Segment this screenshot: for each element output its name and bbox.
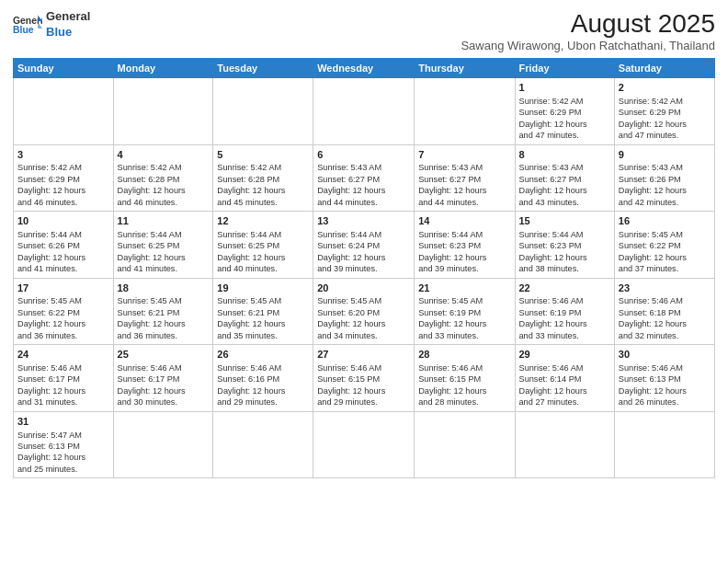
calendar-day-cell: 8Sunrise: 5:43 AM Sunset: 6:27 PM Daylig… [515,144,614,212]
day-info: Sunrise: 5:44 AM Sunset: 6:26 PM Dayligh… [17,229,109,275]
day-info: Sunrise: 5:46 AM Sunset: 6:15 PM Dayligh… [317,362,410,408]
day-info: Sunrise: 5:45 AM Sunset: 6:21 PM Dayligh… [118,295,210,341]
day-number: 3 [17,148,109,162]
calendar-day-cell: 23Sunrise: 5:46 AM Sunset: 6:18 PM Dayli… [614,278,714,345]
calendar-day-cell: 13Sunrise: 5:44 AM Sunset: 6:24 PM Dayli… [313,212,415,279]
day-number: 23 [619,282,711,295]
day-number: 22 [519,282,610,295]
calendar: SundayMondayTuesdayWednesdayThursdayFrid… [13,58,715,478]
day-number: 1 [519,81,610,95]
day-number: 24 [17,348,109,362]
day-info: Sunrise: 5:43 AM Sunset: 6:27 PM Dayligh… [519,162,610,208]
day-number: 7 [418,148,510,162]
calendar-day-cell [415,78,515,145]
day-info: Sunrise: 5:47 AM Sunset: 6:13 PM Dayligh… [17,430,109,476]
calendar-day-cell: 1Sunrise: 5:42 AM Sunset: 6:29 PM Daylig… [515,78,614,145]
day-info: Sunrise: 5:42 AM Sunset: 6:29 PM Dayligh… [519,96,610,142]
calendar-day-cell: 4Sunrise: 5:42 AM Sunset: 6:28 PM Daylig… [113,144,213,212]
calendar-day-cell [213,78,313,145]
weekday-header: Thursday [415,59,515,78]
day-info: Sunrise: 5:44 AM Sunset: 6:23 PM Dayligh… [418,229,510,275]
logo-blue: Blue [46,25,90,40]
month-title: August 2025 [461,9,715,39]
day-info: Sunrise: 5:43 AM Sunset: 6:27 PM Dayligh… [317,162,410,208]
day-info: Sunrise: 5:46 AM Sunset: 6:15 PM Dayligh… [418,362,510,408]
day-number: 28 [418,348,510,362]
calendar-day-cell [313,411,415,478]
day-info: Sunrise: 5:44 AM Sunset: 6:24 PM Dayligh… [317,229,410,275]
calendar-week-row: 17Sunrise: 5:45 AM Sunset: 6:22 PM Dayli… [14,278,715,345]
day-number: 9 [619,148,711,162]
location-subtitle: Sawang Wirawong, Ubon Ratchathani, Thail… [461,39,715,52]
day-number: 26 [217,348,309,362]
logo: General Blue General Blue [13,9,90,40]
day-number: 20 [317,282,410,295]
calendar-day-cell: 25Sunrise: 5:46 AM Sunset: 6:17 PM Dayli… [113,345,213,412]
day-info: Sunrise: 5:45 AM Sunset: 6:19 PM Dayligh… [418,295,510,341]
calendar-day-cell: 29Sunrise: 5:46 AM Sunset: 6:14 PM Dayli… [515,345,614,412]
day-info: Sunrise: 5:42 AM Sunset: 6:29 PM Dayligh… [17,162,109,208]
calendar-day-cell [614,411,714,478]
day-number: 17 [17,282,109,295]
calendar-week-row: 1Sunrise: 5:42 AM Sunset: 6:29 PM Daylig… [14,78,715,145]
day-number: 31 [17,415,109,429]
calendar-day-cell [14,78,114,145]
calendar-day-cell: 6Sunrise: 5:43 AM Sunset: 6:27 PM Daylig… [313,144,415,212]
weekday-header: Saturday [614,59,714,78]
calendar-day-cell [113,78,213,145]
day-info: Sunrise: 5:45 AM Sunset: 6:21 PM Dayligh… [217,295,309,341]
calendar-day-cell: 9Sunrise: 5:43 AM Sunset: 6:26 PM Daylig… [614,144,714,212]
day-info: Sunrise: 5:44 AM Sunset: 6:25 PM Dayligh… [217,229,309,275]
day-info: Sunrise: 5:46 AM Sunset: 6:14 PM Dayligh… [519,362,610,408]
day-number: 11 [118,214,210,228]
day-number: 18 [118,282,210,295]
day-number: 2 [619,81,711,95]
calendar-day-cell: 24Sunrise: 5:46 AM Sunset: 6:17 PM Dayli… [14,345,114,412]
day-info: Sunrise: 5:42 AM Sunset: 6:28 PM Dayligh… [118,162,210,208]
calendar-day-cell: 11Sunrise: 5:44 AM Sunset: 6:25 PM Dayli… [113,212,213,279]
logo-general: General [46,9,90,25]
header: General Blue General Blue August 2025 Sa… [13,9,715,52]
calendar-day-cell: 7Sunrise: 5:43 AM Sunset: 6:27 PM Daylig… [415,144,515,212]
day-number: 25 [118,348,210,362]
day-number: 27 [317,348,410,362]
day-info: Sunrise: 5:46 AM Sunset: 6:18 PM Dayligh… [619,295,711,341]
calendar-week-row: 31Sunrise: 5:47 AM Sunset: 6:13 PM Dayli… [14,411,715,478]
day-info: Sunrise: 5:46 AM Sunset: 6:17 PM Dayligh… [17,362,109,408]
calendar-day-cell [113,411,213,478]
day-number: 29 [519,348,610,362]
day-number: 30 [619,348,711,362]
weekday-header: Tuesday [213,59,313,78]
day-info: Sunrise: 5:46 AM Sunset: 6:19 PM Dayligh… [519,295,610,341]
day-info: Sunrise: 5:42 AM Sunset: 6:28 PM Dayligh… [217,162,309,208]
day-number: 5 [217,148,309,162]
calendar-day-cell: 10Sunrise: 5:44 AM Sunset: 6:26 PM Dayli… [14,212,114,279]
day-number: 19 [217,282,309,295]
calendar-day-cell [313,78,415,145]
calendar-week-row: 24Sunrise: 5:46 AM Sunset: 6:17 PM Dayli… [14,345,715,412]
day-info: Sunrise: 5:43 AM Sunset: 6:27 PM Dayligh… [418,162,510,208]
day-number: 8 [519,148,610,162]
weekday-header: Wednesday [313,59,415,78]
day-info: Sunrise: 5:46 AM Sunset: 6:16 PM Dayligh… [217,362,309,408]
weekday-header: Sunday [14,59,114,78]
day-number: 6 [317,148,410,162]
day-number: 12 [217,214,309,228]
calendar-day-cell: 20Sunrise: 5:45 AM Sunset: 6:20 PM Dayli… [313,278,415,345]
title-section: August 2025 Sawang Wirawong, Ubon Ratcha… [461,9,715,52]
calendar-day-cell: 2Sunrise: 5:42 AM Sunset: 6:29 PM Daylig… [614,78,714,145]
calendar-day-cell: 28Sunrise: 5:46 AM Sunset: 6:15 PM Dayli… [415,345,515,412]
calendar-day-cell: 30Sunrise: 5:46 AM Sunset: 6:13 PM Dayli… [614,345,714,412]
calendar-day-cell: 21Sunrise: 5:45 AM Sunset: 6:19 PM Dayli… [415,278,515,345]
calendar-day-cell [515,411,614,478]
weekday-header: Monday [113,59,213,78]
weekday-header: Friday [515,59,614,78]
calendar-day-cell: 19Sunrise: 5:45 AM Sunset: 6:21 PM Dayli… [213,278,313,345]
calendar-day-cell: 27Sunrise: 5:46 AM Sunset: 6:15 PM Dayli… [313,345,415,412]
page: General Blue General Blue August 2025 Sa… [0,0,728,563]
day-info: Sunrise: 5:46 AM Sunset: 6:13 PM Dayligh… [619,362,711,408]
calendar-day-cell: 15Sunrise: 5:44 AM Sunset: 6:23 PM Dayli… [515,212,614,279]
day-info: Sunrise: 5:46 AM Sunset: 6:17 PM Dayligh… [118,362,210,408]
calendar-day-cell: 31Sunrise: 5:47 AM Sunset: 6:13 PM Dayli… [14,411,114,478]
calendar-week-row: 3Sunrise: 5:42 AM Sunset: 6:29 PM Daylig… [14,144,715,212]
